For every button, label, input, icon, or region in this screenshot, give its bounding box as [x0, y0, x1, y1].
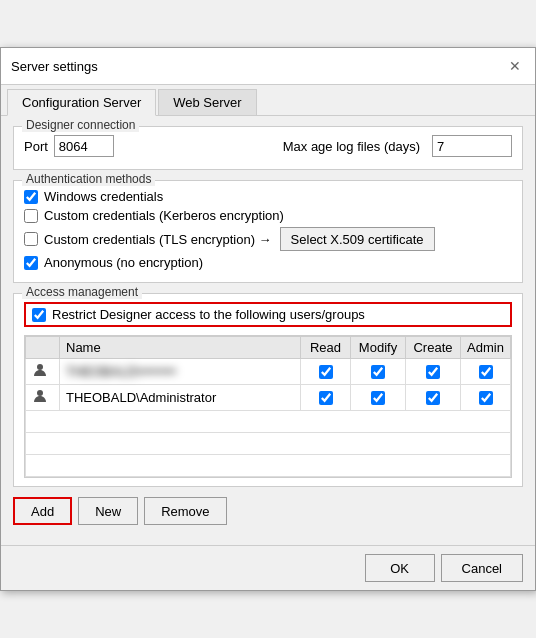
row2-create-checkbox[interactable] — [426, 391, 440, 405]
col-icon — [26, 337, 60, 359]
access-management-label: Access management — [22, 285, 142, 299]
kerberos-row: Custom credentials (Kerberos encryption) — [24, 208, 512, 223]
close-button[interactable]: ✕ — [505, 56, 525, 76]
remove-button[interactable]: Remove — [144, 497, 226, 525]
row2-create-cell — [406, 385, 461, 411]
tab-configuration-server[interactable]: Configuration Server — [7, 89, 156, 116]
max-age-input[interactable] — [432, 135, 512, 157]
table-row: THEOBALD\•••••••• — [26, 359, 511, 385]
anonymous-label: Anonymous (no encryption) — [44, 255, 203, 270]
table-row-empty — [26, 433, 511, 455]
col-name: Name — [60, 337, 301, 359]
row1-modify-cell — [351, 359, 406, 385]
windows-credentials-checkbox[interactable] — [24, 190, 38, 204]
restrict-checkbox[interactable] — [32, 308, 46, 322]
access-management-section: Access management Restrict Designer acce… — [13, 293, 523, 487]
cancel-button[interactable]: Cancel — [441, 554, 523, 582]
svg-point-0 — [37, 364, 43, 370]
col-create: Create — [406, 337, 461, 359]
row2-read-cell — [301, 385, 351, 411]
max-age-label: Max age log files (days) — [283, 139, 420, 154]
anonymous-checkbox[interactable] — [24, 256, 38, 270]
row1-name: THEOBALD\•••••••• — [66, 364, 176, 379]
row1-name-cell: THEOBALD\•••••••• — [60, 359, 301, 385]
designer-connection-section: Designer connection Port Max age log fil… — [13, 126, 523, 170]
col-modify: Modify — [351, 337, 406, 359]
row1-read-cell — [301, 359, 351, 385]
row1-create-checkbox[interactable] — [426, 365, 440, 379]
row2-name-cell: THEOBALD\Administrator — [60, 385, 301, 411]
user-icon — [32, 362, 48, 378]
row1-admin-checkbox[interactable] — [479, 365, 493, 379]
anonymous-row: Anonymous (no encryption) — [24, 255, 512, 270]
port-label: Port — [24, 139, 48, 154]
row2-icon-cell — [26, 385, 60, 411]
row2-admin-checkbox[interactable] — [479, 391, 493, 405]
designer-connection-label: Designer connection — [22, 118, 139, 132]
new-button[interactable]: New — [78, 497, 138, 525]
row2-modify-cell — [351, 385, 406, 411]
row2-name: THEOBALD\Administrator — [66, 390, 216, 405]
tls-label: Custom credentials (TLS encryption) → — [44, 232, 272, 247]
table-row-empty — [26, 455, 511, 477]
table-row: THEOBALD\Administrator — [26, 385, 511, 411]
select-certificate-button[interactable]: Select X.509 certificate — [280, 227, 435, 251]
window-title: Server settings — [11, 59, 98, 74]
dialog-footer: OK Cancel — [1, 545, 535, 590]
row2-admin-cell — [461, 385, 511, 411]
row1-create-cell — [406, 359, 461, 385]
auth-methods-section: Authentication methods Windows credentia… — [13, 180, 523, 283]
port-row: Port Max age log files (days) — [24, 135, 512, 157]
col-admin: Admin — [461, 337, 511, 359]
kerberos-checkbox[interactable] — [24, 209, 38, 223]
server-settings-dialog: Server settings ✕ Configuration Server W… — [0, 47, 536, 591]
row1-admin-cell — [461, 359, 511, 385]
tls-checkbox[interactable] — [24, 232, 38, 246]
tab-content: Designer connection Port Max age log fil… — [1, 116, 535, 545]
ok-button[interactable]: OK — [365, 554, 435, 582]
row1-read-checkbox[interactable] — [319, 365, 333, 379]
restrict-label: Restrict Designer access to the followin… — [52, 307, 365, 322]
bottom-buttons-row: Add New Remove — [13, 497, 523, 525]
kerberos-label: Custom credentials (Kerberos encryption) — [44, 208, 284, 223]
user-table: Name Read Modify Create Admin — [25, 336, 511, 477]
auth-methods-label: Authentication methods — [22, 172, 155, 186]
table-row-empty — [26, 411, 511, 433]
row1-icon-cell — [26, 359, 60, 385]
user-icon — [32, 388, 48, 404]
port-input[interactable] — [54, 135, 114, 157]
row2-modify-checkbox[interactable] — [371, 391, 385, 405]
svg-point-1 — [37, 390, 43, 396]
row2-read-checkbox[interactable] — [319, 391, 333, 405]
tab-bar: Configuration Server Web Server — [1, 85, 535, 116]
tab-web-server[interactable]: Web Server — [158, 89, 256, 115]
title-bar: Server settings ✕ — [1, 48, 535, 85]
row1-modify-checkbox[interactable] — [371, 365, 385, 379]
add-button[interactable]: Add — [13, 497, 72, 525]
tls-row: Custom credentials (TLS encryption) → Se… — [24, 227, 512, 251]
col-read: Read — [301, 337, 351, 359]
windows-credentials-label: Windows credentials — [44, 189, 163, 204]
user-table-wrapper: Name Read Modify Create Admin — [24, 335, 512, 478]
windows-credentials-row: Windows credentials — [24, 189, 512, 204]
restrict-row: Restrict Designer access to the followin… — [24, 302, 512, 327]
